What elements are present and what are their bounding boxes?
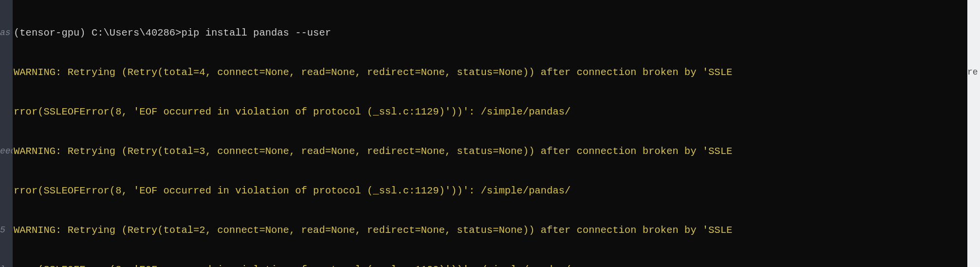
gutter-fragment (0, 184, 13, 197)
gutter-fragment: le (0, 263, 13, 267)
command-text: pip install pandas --user (181, 27, 331, 38)
prompt-path: C:\Users\40286> (92, 27, 182, 38)
gutter-fragment (967, 263, 980, 267)
gutter-fragment (967, 145, 980, 158)
gutter-fragment (967, 26, 980, 39)
gutter-fragment: 5 (0, 224, 13, 237)
terminal-output[interactable]: (tensor-gpu) C:\Users\40286>pip install … (13, 0, 968, 267)
gutter-fragment (0, 66, 13, 79)
prompt-line: (tensor-gpu) C:\Users\40286>pip install … (13, 26, 968, 39)
warning-line: WARNING: Retrying (Retry(total=4, connec… (13, 66, 968, 79)
conda-env: (tensor-gpu) (14, 27, 92, 38)
gutter-fragment: re (967, 66, 980, 79)
warning-line: rror(SSLEOFError(8, 'EOF occurred in vio… (13, 263, 968, 267)
warning-line: WARNING: Retrying (Retry(total=3, connec… (13, 145, 968, 158)
editor-right-gutter: re th (967, 0, 980, 267)
gutter-fragment: as (0, 26, 13, 39)
warning-line: WARNING: Retrying (Retry(total=2, connec… (13, 224, 968, 237)
editor-left-gutter: as eed 5 le 19 5 = = _ta nd (0, 0, 13, 267)
gutter-fragment (967, 184, 980, 197)
gutter-fragment (967, 105, 980, 118)
warning-line: rror(SSLEOFError(8, 'EOF occurred in vio… (13, 184, 968, 197)
gutter-fragment (967, 224, 980, 237)
warning-line: rror(SSLEOFError(8, 'EOF occurred in vio… (13, 105, 968, 118)
gutter-fragment (0, 105, 13, 118)
gutter-fragment: eed (0, 145, 13, 158)
